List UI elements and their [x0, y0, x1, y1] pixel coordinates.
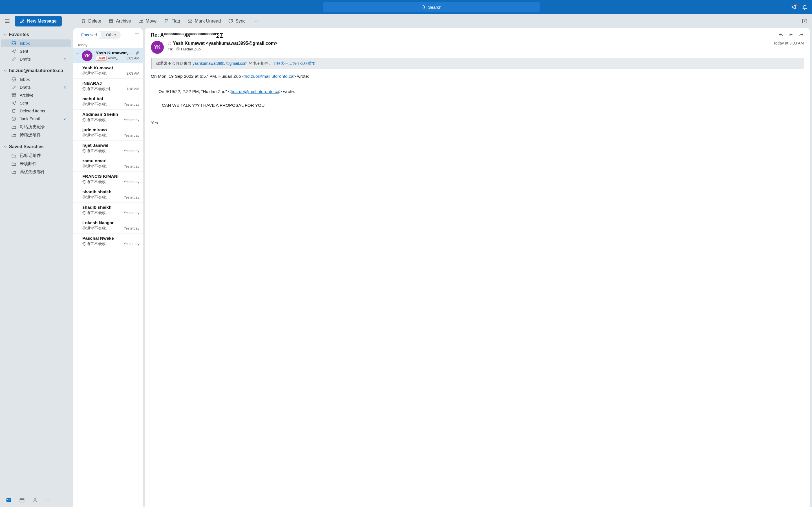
svg-point-28: [49, 500, 50, 501]
message-item[interactable]: Yash Kumawat你通常不会收…3:03 AM: [73, 63, 143, 78]
message-from: INBARAJ: [82, 81, 102, 86]
archive-button[interactable]: Archive: [109, 18, 131, 24]
sender-avatar: YK: [151, 41, 164, 54]
info-sender-link[interactable]: yashkumawat3995@gmail.com: [193, 61, 248, 66]
move-icon: [139, 18, 144, 24]
app-rail: [0, 494, 72, 507]
to-label: To:: [168, 47, 173, 51]
message-from: Abdinasir Sheikh: [82, 112, 118, 117]
panel-toggle-icon[interactable]: [802, 18, 808, 24]
hamburger-icon[interactable]: [4, 18, 10, 24]
remove-recipient-icon[interactable]: ✕: [176, 47, 180, 51]
sync-button[interactable]: Sync: [228, 18, 246, 24]
sidebar-item-sent[interactable]: Sent: [1, 99, 71, 107]
message-time: Yesterday: [124, 103, 139, 107]
message-item[interactable]: shaqib shaikh你通常不会收…Yesterday: [73, 203, 143, 218]
message-time: Yesterday: [124, 165, 139, 168]
sidebar-item--[interactable]: 未读邮件: [1, 160, 71, 168]
message-item[interactable]: YKYash Kumawat,…Draft Aºººº…3:03 AM: [73, 48, 143, 63]
flag-button[interactable]: Flag: [164, 18, 180, 24]
message-time: Yesterday: [124, 226, 139, 230]
message-item[interactable]: Abdinasir Sheikh你通常不会收…Yesterday: [73, 110, 143, 125]
recipient-name: Huidan Zuo: [181, 47, 201, 51]
calendar-app-icon[interactable]: [19, 497, 25, 503]
message-item[interactable]: mehul Aal你通常不会收…Yesterday: [73, 94, 143, 110]
sent-icon: [11, 49, 16, 54]
sidebar-item-label: 已标记邮件: [20, 153, 41, 158]
message-item[interactable]: jude miraco你通常不会收…Yesterday: [73, 125, 143, 140]
more-apps-icon[interactable]: [45, 497, 51, 503]
folder-icon: [11, 133, 16, 138]
sidebar-item-sent[interactable]: Sent: [1, 47, 71, 55]
message-preview: 你通常不会收…: [82, 179, 110, 184]
svg-rect-14: [12, 42, 16, 45]
sidebar-item-inbox[interactable]: Inbox: [1, 75, 71, 83]
sidebar-item-archive[interactable]: Archive: [1, 91, 71, 99]
message-item[interactable]: FRANCIS KIMANI你通常不会收…Yesterday: [73, 172, 143, 187]
filter-icon[interactable]: [135, 33, 139, 37]
sidebar-item--[interactable]: 高优先级邮件: [1, 168, 71, 176]
bell-icon[interactable]: [802, 4, 808, 10]
message-item[interactable]: rajat Jaiswal你通常不会收…Yesterday: [73, 140, 143, 156]
more-icon[interactable]: [253, 18, 259, 24]
tab-other[interactable]: Other: [101, 31, 121, 39]
message-preview: 你通常不会收…: [82, 210, 110, 216]
drafts-icon: [11, 57, 16, 62]
sidebar-item-inbox[interactable]: Inbox: [1, 40, 71, 47]
announce-icon[interactable]: [791, 4, 797, 10]
account-header[interactable]: hd.zuo@mail.utoronto.ca: [0, 66, 72, 75]
message-item[interactable]: INBARAJ你通常不会收到…1:18 AM: [73, 78, 143, 94]
message-preview: 你通常不会收…: [82, 164, 110, 169]
people-app-icon[interactable]: [32, 497, 38, 503]
recipient-line: To: ✕ Huidan Zuo: [168, 47, 769, 51]
message-item[interactable]: Lokesh Naagar你通常不会收…Yesterday: [73, 218, 143, 233]
sidebar-item-label: Archive: [20, 93, 33, 98]
move-button[interactable]: Move: [139, 18, 157, 24]
sidebar-item-label: 待筛选邮件: [20, 132, 41, 138]
mail-app-icon[interactable]: [6, 497, 12, 503]
sidebar-item-deleted-items[interactable]: Deleted Items: [1, 107, 71, 115]
message-item[interactable]: shaqib shaikh你通常不会收…Yesterday: [73, 187, 143, 203]
message-preview: Draft Aºººº…: [96, 56, 119, 61]
message-from: Yash Kumawat,…: [96, 50, 132, 55]
sidebar-item-label: 对话历史记录: [20, 124, 45, 129]
sidebar-item-label: Sent: [20, 101, 28, 105]
favorites-header[interactable]: Favorites: [0, 30, 72, 40]
message-time: Yesterday: [124, 180, 139, 184]
inbox-icon: [11, 77, 16, 82]
reply-icon[interactable]: [778, 33, 783, 38]
new-message-button[interactable]: New Message: [15, 16, 62, 26]
folder-icon: [11, 124, 16, 129]
sidebar-item-drafts[interactable]: Drafts4: [1, 55, 71, 63]
sidebar: Favorites InboxSentDrafts4 hd.zuo@mail.u…: [0, 28, 72, 507]
svg-line-1: [424, 8, 425, 9]
chevron-down-icon[interactable]: [75, 52, 80, 55]
info-banner: 你通常不会收到来自 yashkumawat3995@gmail.com 的电子邮…: [151, 58, 804, 69]
search-box[interactable]: Search: [323, 2, 540, 12]
mark-unread-button[interactable]: Mark Unread: [188, 18, 221, 24]
message-preview: 你通常不会收…: [82, 117, 110, 122]
sidebar-item--[interactable]: 已标记邮件: [1, 152, 71, 160]
email-date: Today at 3:03 AM: [773, 41, 804, 45]
quoted-email-link[interactable]: hd.zuo@mail.utoronto.ca: [245, 74, 294, 78]
message-time: Yesterday: [124, 149, 139, 153]
title-bar: Search: [0, 0, 812, 14]
message-time: Yesterday: [124, 242, 139, 246]
sidebar-item--[interactable]: 对话历史记录: [1, 123, 71, 131]
sidebar-item-junk-email[interactable]: Junk Email2: [1, 115, 71, 123]
message-item[interactable]: Paschal Nweke你通常不会收…Yesterday: [73, 233, 143, 249]
saved-searches-header[interactable]: Saved Searches: [0, 142, 72, 152]
tab-focused[interactable]: Focused: [77, 31, 101, 39]
sidebar-item-drafts[interactable]: Drafts4: [1, 83, 71, 91]
status-circle-icon: [168, 42, 171, 45]
delete-button[interactable]: Delete: [81, 18, 101, 24]
svg-point-26: [46, 500, 47, 501]
reply-all-icon[interactable]: [789, 33, 794, 38]
forward-icon[interactable]: [799, 33, 804, 38]
message-preview: 你通常不会收…: [82, 149, 110, 154]
quoted-email-link-2[interactable]: hd.zuo@mail.utoronto.ca: [231, 89, 280, 94]
sidebar-item--[interactable]: 待筛选邮件: [1, 131, 71, 139]
message-from: FRANCIS KIMANI: [82, 174, 118, 179]
info-learn-link[interactable]: 了解这一点为什么很重要: [272, 61, 316, 66]
message-item[interactable]: zamu omari你通常不会收…Yesterday: [73, 156, 143, 172]
